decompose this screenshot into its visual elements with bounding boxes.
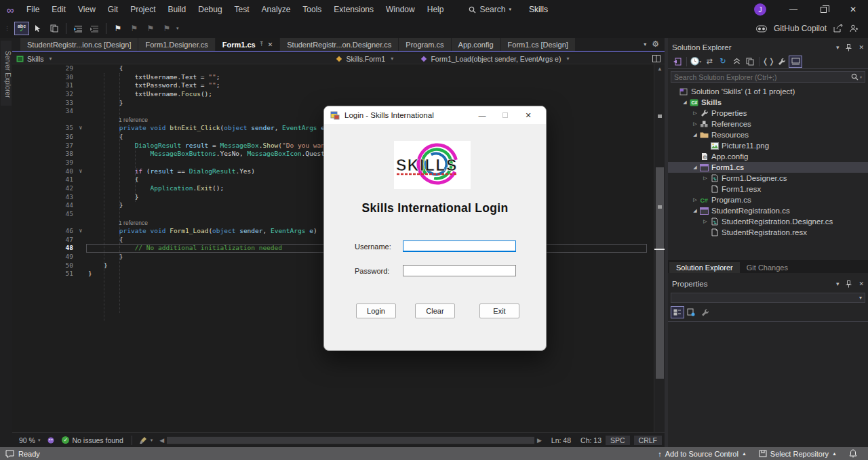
menu-project[interactable]: Project [124,0,161,19]
vertical-scrollbar[interactable]: ▲ [654,64,665,432]
tree-item-skills[interactable]: ◢C#Skills [668,97,868,108]
menu-window[interactable]: Window [380,0,421,19]
tab-form1-cs-design-[interactable]: Form1.cs [Design] [501,38,575,51]
restore-button[interactable] [808,0,838,19]
close-panel-icon[interactable]: ✕ [859,44,864,51]
properties-object-combobox[interactable]: ▾ [671,293,865,303]
sync-with-active-document-icon[interactable] [671,56,684,68]
menu-analyze[interactable]: Analyze [256,0,297,19]
menu-tools[interactable]: Tools [296,0,328,19]
column-indicator[interactable]: Ch: 13 [580,436,601,444]
previous-bookmark-icon[interactable]: ⚑ [127,22,142,35]
scroll-up-icon[interactable]: ▲ [654,66,665,72]
line-number[interactable]: 40 [12,167,73,176]
line-number[interactable]: 48 [12,244,73,253]
breadcrumb-dropdown-icon[interactable]: ▾ [391,56,393,62]
events-wrench-icon[interactable] [698,306,711,318]
clear-bookmarks-icon[interactable]: ⚑ [159,22,174,35]
tree-item-program-cs[interactable]: ▷C#Program.cs [668,194,868,205]
line-number[interactable]: 47 [12,236,73,245]
breadcrumb-dropdown-icon[interactable]: ▾ [566,56,569,62]
view-code-icon[interactable]: ❬❭ [762,56,775,68]
select-repository-button[interactable]: Select Repository▲ [759,450,837,458]
menu-view[interactable]: View [72,0,102,19]
categorized-icon[interactable] [671,306,684,318]
tab-close-icon[interactable]: ✕ [268,41,273,48]
collapsed-arrow-icon[interactable]: ▷ [701,175,709,181]
tree-item-solution-skills-1-of-1-project-[interactable]: Solution 'Skills' (1 of 1 project) [668,86,868,97]
notifications-bell-icon[interactable] [849,449,857,458]
breadcrumb-segment-0[interactable]: Skills▾ [12,54,332,64]
collapsed-arrow-icon[interactable]: ▷ [691,121,699,127]
expanded-arrow-icon[interactable]: ◢ [691,208,699,213]
next-bookmark-icon[interactable]: ⚑ [143,22,158,35]
tree-item-studentregistration-resx[interactable]: StudentRegistration.resx [668,227,868,238]
breadcrumb-segment-1[interactable]: Skills.Form1▾ [332,54,416,64]
menu-git[interactable]: Git [102,0,124,19]
panel-tab-solution-explorer[interactable]: Solution Explorer [669,262,740,273]
toggle-bookmark-icon[interactable]: ⚑ [111,22,125,35]
line-number[interactable]: 33 [12,99,73,108]
feedback-bubble-icon[interactable] [5,450,14,458]
codelens-reference-label[interactable]: 1 reference [119,219,148,228]
code-cleanup-icon[interactable]: ▾ [139,436,153,444]
format-selection-icon[interactable] [87,22,102,35]
properties-wrench-icon[interactable] [775,56,789,68]
tree-item-studentregistration-cs[interactable]: ◢StudentRegistration.cs [668,205,868,216]
line-number[interactable]: 38 [12,150,73,159]
tab-settings-gear-icon[interactable]: ⚙ [652,39,659,49]
line-number[interactable]: 34 [12,107,73,116]
line-number[interactable]: 51 [12,270,73,278]
pending-changes-filter-icon[interactable]: 🕓▾ [689,56,703,68]
line-number[interactable]: 37 [12,142,73,150]
tab-studentregistr-on-designer-cs[interactable]: StudentRegistr...on.Designer.cs [280,38,398,51]
tree-item-picture11-png[interactable]: Picture11.png [668,140,868,151]
dialog-close-button[interactable]: ✕ [517,106,540,124]
tab-studentregistr-ion-cs-design-[interactable]: StudentRegistr...ion.cs [Design] [20,38,138,51]
line-number[interactable]: 44 [12,201,73,210]
line-number[interactable]: 39 [12,159,73,167]
tree-item-properties[interactable]: ▷Properties [668,108,868,119]
solution-explorer-header[interactable]: Solution Explorer ▾ ✕ [668,41,868,54]
tab-program-cs[interactable]: Program.cs [399,38,450,51]
tree-item-references[interactable]: ▷References [668,119,868,129]
collapsed-arrow-icon[interactable]: ▷ [691,110,699,116]
pin-icon[interactable] [846,280,852,288]
horizontal-scrollbar[interactable] [167,436,534,444]
username-input[interactable] [403,241,516,252]
line-number[interactable]: 49 [12,253,73,262]
code-line-32[interactable]: 32 txtUsername.Focus(); [12,90,665,99]
tree-item-form1-resx[interactable]: Form1.resx [668,184,868,194]
breadcrumb-segment-2[interactable]: Form1_Load(object sender, EventArgs e)▾ [416,54,638,64]
menu-edit[interactable]: Edit [45,0,72,19]
menu-build[interactable]: Build [162,0,193,19]
server-explorer-tab[interactable]: Server Explorer [1,41,12,106]
line-number[interactable]: 32 [12,90,73,99]
password-input[interactable] [403,265,516,276]
show-all-files-icon[interactable] [743,56,757,68]
fold-chevron-icon[interactable]: ∨ [73,227,88,236]
share-icon[interactable] [833,24,843,33]
menu-extensions[interactable]: Extensions [328,0,380,19]
line-number[interactable]: 29 [12,64,73,73]
tab-form1-designer-cs[interactable]: Form1.Designer.cs [138,38,214,51]
menu-debug[interactable]: Debug [192,0,228,19]
expanded-arrow-icon[interactable]: ◢ [691,165,699,170]
line-number[interactable]: 45 [12,210,73,219]
breadcrumb-dropdown-icon[interactable]: ▾ [50,56,52,62]
collapsed-arrow-icon[interactable]: ▷ [701,219,709,224]
collapsed-arrow-icon[interactable]: ▷ [691,197,699,203]
window-dropdown-icon[interactable]: ▾ [836,44,840,51]
pointer-icon[interactable] [31,22,45,35]
zoom-control[interactable]: 90 %▾ [19,436,40,444]
line-number[interactable]: 36 [12,133,73,142]
line-number[interactable]: 43 [12,193,73,202]
exit-button[interactable]: Exit [479,304,519,318]
pin-icon[interactable] [846,44,852,51]
line-number[interactable]: 46 [12,227,73,236]
refresh-icon[interactable]: ↻ [716,56,730,68]
dialog-minimize-button[interactable]: — [471,106,494,124]
tree-item-form1-designer-cs[interactable]: ▷Form1.Designer.cs [668,173,868,184]
line-number[interactable]: 30 [12,73,73,82]
split-editor-icon[interactable] [652,55,665,62]
